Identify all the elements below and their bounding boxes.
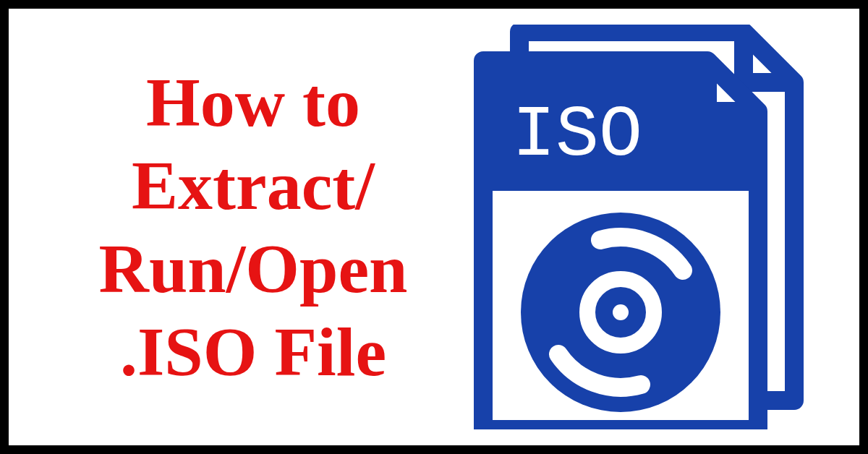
iso-label: ISO [512,95,642,176]
text-section: How to Extract/ Run/Open .ISO File [45,61,461,394]
title-line-4: .ISO File [120,310,386,393]
icon-section: ISO [461,23,823,431]
svg-point-2 [613,304,629,320]
title-line-2: Extract/ [132,144,375,227]
iso-file-icon: ISO [469,25,816,429]
main-container: How to Extract/ Run/Open .ISO File ISO [0,0,868,454]
title-line-3: Run/Open [99,227,408,310]
disc-icon [521,213,720,412]
title-line-1: How to [146,61,360,144]
